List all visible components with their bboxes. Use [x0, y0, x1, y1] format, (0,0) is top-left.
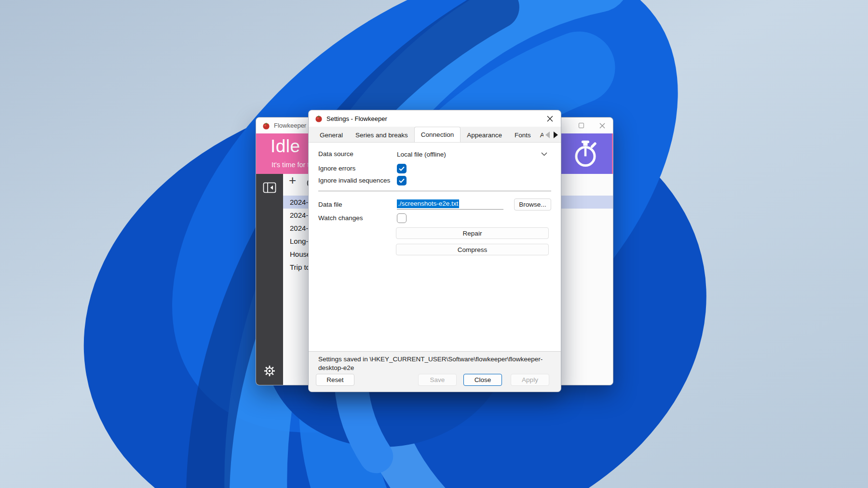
watch-changes-label: Watch changes [318, 213, 363, 224]
flowkeeper-tomato-icon [315, 115, 323, 122]
settings-dialog: Settings - Flowkeeper General Series and… [308, 110, 561, 392]
focus-timer-block [559, 133, 612, 174]
close-button[interactable]: Close [463, 374, 502, 386]
reset-button[interactable]: Reset [316, 374, 354, 386]
data-file-input[interactable]: ./screenshots-e2e.txt [397, 199, 503, 210]
check-icon [399, 178, 405, 183]
ignore-errors-checkbox[interactable] [397, 164, 407, 173]
tab-scroll-right-icon[interactable] [554, 132, 558, 138]
data-source-select[interactable]: Local file (offline) [397, 148, 548, 160]
add-item-button[interactable]: + [289, 173, 296, 188]
data-file-selected-text: ./screenshots-e2e.txt [397, 199, 459, 208]
status-line-2: desktop-e2e [318, 364, 550, 372]
ignore-invalid-sequences-checkbox[interactable] [397, 176, 407, 185]
data-file-label: Data file [318, 199, 342, 210]
check-icon [399, 166, 405, 171]
settings-tabstrip: General Series and breaks Connection App… [309, 127, 561, 143]
maximize-icon [579, 123, 584, 128]
close-icon [599, 123, 605, 129]
chevron-down-icon [541, 152, 547, 156]
repair-button[interactable]: Repair [396, 227, 549, 239]
desktop: Flowkeeper Idle It's time for the [0, 0, 868, 488]
settings-saved-status: Settings saved in \HKEY_CURRENT_USER\Sof… [318, 355, 550, 372]
status-title: Idle [271, 136, 300, 157]
settings-gear-icon[interactable] [263, 365, 276, 377]
tab-general[interactable]: General [313, 128, 349, 142]
save-button[interactable]: Save [418, 374, 457, 386]
data-source-label: Data source [318, 149, 353, 159]
tab-fonts[interactable]: Fonts [508, 128, 537, 142]
apply-button[interactable]: Apply [511, 374, 549, 386]
tab-scroll-left-icon[interactable] [545, 132, 550, 138]
main-close-button[interactable] [592, 118, 613, 133]
sidebar-toggle-icon[interactable] [263, 182, 276, 193]
data-source-value: Local file (offline) [397, 151, 541, 158]
main-sidebar [256, 174, 283, 385]
tab-appearance[interactable]: Appearance [461, 128, 508, 142]
flowkeeper-tomato-icon [262, 122, 270, 130]
settings-close-button[interactable] [539, 110, 561, 127]
close-icon [547, 116, 553, 122]
settings-statusbar: Settings saved in \HKEY_CURRENT_USER\Sof… [309, 351, 561, 392]
browse-button[interactable]: Browse... [514, 198, 551, 211]
ignore-errors-label: Ignore errors [318, 163, 355, 174]
tab-series-and-breaks[interactable]: Series and breaks [349, 128, 414, 142]
settings-dialog-title: Settings - Flowkeeper [326, 115, 387, 122]
form-separator [318, 191, 551, 191]
main-window-title: Flowkeeper [274, 122, 306, 129]
watch-changes-checkbox[interactable] [397, 213, 407, 223]
maximize-button[interactable] [570, 118, 592, 133]
tab-scroll-arrows [543, 127, 558, 143]
ignore-invalid-sequences-label: Ignore invalid sequences [318, 175, 390, 186]
compress-button[interactable]: Compress [396, 244, 549, 255]
connection-tab-panel: Data source Local file (offline) Ignore … [309, 143, 561, 351]
stopwatch-icon [571, 139, 599, 169]
settings-titlebar[interactable]: Settings - Flowkeeper [309, 110, 561, 127]
status-line-1: Settings saved in \HKEY_CURRENT_USER\Sof… [318, 355, 550, 364]
tab-connection[interactable]: Connection [414, 127, 461, 143]
